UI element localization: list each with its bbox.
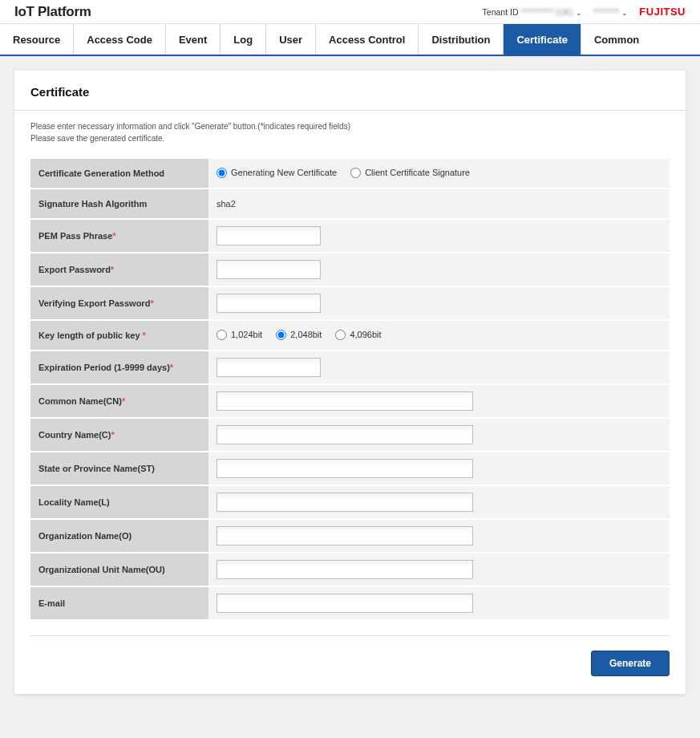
user-value: ******** xyxy=(593,7,620,17)
tab-event[interactable]: Event xyxy=(166,24,221,55)
tenant-value: ********** (UK) xyxy=(520,7,573,17)
label-keylen: Key length of public key xyxy=(38,330,143,340)
radio-key-4096-input[interactable] xyxy=(335,330,346,340)
label-method: Certificate Generation Method xyxy=(30,159,208,188)
input-st[interactable] xyxy=(216,459,473,478)
tab-log[interactable]: Log xyxy=(221,24,266,55)
tab-certificate[interactable]: Certificate xyxy=(504,24,581,55)
radio-method-new[interactable]: Generating New Certificate xyxy=(216,168,337,178)
radio-key-1024[interactable]: 1,024bit xyxy=(216,330,262,340)
value-hash: sha2 xyxy=(208,189,670,218)
label-pem: PEM Pass Phrase xyxy=(38,231,112,241)
input-o[interactable] xyxy=(216,526,473,545)
tab-user[interactable]: User xyxy=(266,24,316,55)
label-cn: Common Name(CN) xyxy=(38,396,122,406)
label-ou: Organizational Unit Name(OU) xyxy=(30,554,208,586)
input-expire[interactable] xyxy=(216,358,321,377)
radio-method-sig-input[interactable] xyxy=(350,168,361,178)
label-l: Locality Name(L) xyxy=(30,486,208,518)
label-export: Export Password xyxy=(38,265,111,274)
tab-common[interactable]: Common xyxy=(581,24,652,55)
input-ou[interactable] xyxy=(216,560,473,579)
input-cn[interactable] xyxy=(216,391,473,411)
label-expire: Expiration Period (1-9999 days) xyxy=(38,363,170,372)
radio-key-1024-input[interactable] xyxy=(216,330,227,340)
input-email[interactable] xyxy=(216,594,473,613)
tab-access-control[interactable]: Access Control xyxy=(316,24,419,55)
user-dropdown[interactable]: ******** ⌄ xyxy=(593,7,629,17)
chevron-down-icon: ⌄ xyxy=(621,9,628,17)
input-pem[interactable] xyxy=(216,226,321,245)
label-st: State or Province Name(ST) xyxy=(30,452,208,485)
app-logo: IoT Platform xyxy=(14,4,483,20)
generate-button[interactable]: Generate xyxy=(591,651,670,676)
input-export[interactable] xyxy=(216,260,321,279)
tab-distribution[interactable]: Distribution xyxy=(419,24,504,55)
brand-logo: FUJITSU xyxy=(639,6,686,18)
radio-method-sig[interactable]: Client Certificate Signature xyxy=(350,168,470,178)
certificate-panel: Certificate Please enter necessary infor… xyxy=(14,71,686,694)
helper-text-1: Please enter necessary information and c… xyxy=(30,120,670,132)
radio-key-4096[interactable]: 4,096bit xyxy=(335,330,381,340)
label-email: E-mail xyxy=(30,587,208,619)
tenant-dropdown[interactable]: Tenant ID ********** (UK) ⌄ xyxy=(483,7,582,17)
tab-access-code[interactable]: Access Code xyxy=(74,24,166,55)
tenant-label: Tenant ID xyxy=(483,7,519,17)
label-verify: Verifying Export Password xyxy=(38,298,150,308)
form-table: Certificate Generation Method Generating… xyxy=(30,157,670,621)
label-hash: Signature Hash Algorithm xyxy=(30,189,208,218)
radio-key-2048[interactable]: 2,048bit xyxy=(276,330,322,340)
top-bar: IoT Platform Tenant ID ********** (UK) ⌄… xyxy=(0,0,700,24)
chevron-down-icon: ⌄ xyxy=(576,9,582,17)
page-title: Certificate xyxy=(14,71,686,111)
main-tabs: Resource Access Code Event Log User Acce… xyxy=(0,24,700,56)
radio-key-2048-input[interactable] xyxy=(276,330,286,340)
label-o: Organization Name(O) xyxy=(30,520,208,552)
label-c: Country Name(C) xyxy=(38,430,111,440)
input-c[interactable] xyxy=(216,425,473,444)
input-l[interactable] xyxy=(216,493,473,512)
radio-method-new-input[interactable] xyxy=(216,168,227,178)
divider xyxy=(30,635,670,636)
tab-resource[interactable]: Resource xyxy=(0,24,74,55)
input-verify[interactable] xyxy=(216,294,321,313)
helper-text-2: Please save the generated certificate. xyxy=(30,132,670,144)
